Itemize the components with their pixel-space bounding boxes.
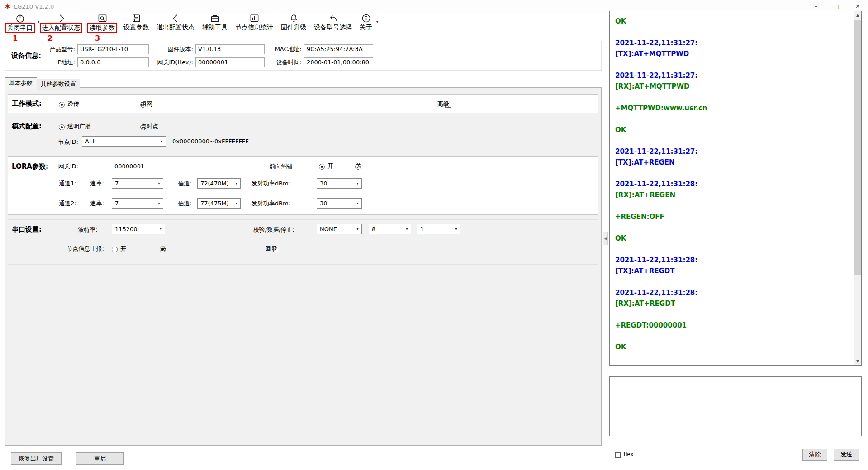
channel2-rate-dropdown[interactable]: 7 ▾: [112, 198, 163, 209]
baud-rate-label: 波特率:: [57, 226, 98, 234]
send-button[interactable]: 发送: [834, 449, 859, 461]
channel1-rate-label: 速率:: [77, 180, 104, 188]
log-line: [TX]:AT+MQTTPWD: [615, 48, 850, 59]
scrollbar-thumb[interactable]: [854, 20, 861, 275]
radio-transparent[interactable]: [59, 102, 65, 108]
radio-report-on[interactable]: [112, 247, 118, 252]
channel2-chan-dropdown[interactable]: 77(475M) ▾: [197, 198, 241, 209]
device-time-value[interactable]: 2000-01-01,00:00:80: [304, 57, 373, 67]
radio-fec-off-label: 关: [356, 162, 361, 170]
send-input-area[interactable]: [609, 376, 862, 436]
ip-address-value[interactable]: 0.0.0.0: [77, 57, 149, 67]
parity-dropdown[interactable]: NONE ▾: [317, 224, 362, 234]
log-line: [RX]:AT+REGDT: [615, 298, 850, 309]
channel2-power-dropdown[interactable]: 30 ▾: [317, 198, 362, 209]
toolbar-item-firmware-upgrade[interactable]: 固件升级: [279, 13, 308, 32]
combo-caret-icon: ▾: [155, 201, 163, 205]
log-scrollbar[interactable]: ▲ ▼: [854, 11, 861, 365]
channel1-chan-dropdown[interactable]: 72(470M) ▾: [197, 178, 241, 189]
firmware-version-label: 固件版本:: [149, 45, 195, 53]
firmware-version-value[interactable]: V1.0.13: [195, 44, 265, 54]
mac-address-value[interactable]: 9C:A5:25:94:7A:3A: [304, 44, 373, 54]
bell-icon: [289, 13, 299, 24]
echo-checkbox-label: 回显: [266, 245, 277, 253]
tab-strip: 基本参数 其他参数设置: [5, 77, 80, 90]
log-line: [615, 309, 850, 320]
toolbar-item-enter-config[interactable]: 进入配置状态 2: [39, 13, 83, 33]
stop-bits-dropdown[interactable]: 1 ▾: [417, 224, 460, 234]
toolbar-label-model-select: 设备型号选择: [314, 24, 352, 31]
log-line: 2021-11-22,11:31:27:: [615, 146, 850, 157]
combo-caret-icon: ▾: [354, 181, 361, 185]
radio-report-on-label: 开: [120, 245, 126, 253]
data-bits-dropdown[interactable]: 8 ▾: [369, 224, 411, 234]
toolbar-item-node-stats[interactable]: 节点信息统计: [233, 13, 275, 32]
log-line: [615, 27, 850, 38]
mode-config-section: 模式配置: 透明广播 点对点 节点ID: ALL ▾ 0x00000000~0x…: [8, 117, 598, 152]
toolbar-label-aux-tools: 辅助工具: [202, 24, 228, 31]
dropdown-caret-icon[interactable]: ▾: [376, 20, 378, 24]
factory-reset-button[interactable]: 恢复出厂设置: [11, 452, 62, 465]
channel2-chan-label: 信道:: [165, 199, 192, 208]
gateway-id-hex-value[interactable]: 00000001: [195, 57, 265, 67]
log-line: [TX]:AT+REGEN: [615, 157, 850, 168]
log-line: [615, 114, 850, 124]
radio-fec-on[interactable]: [319, 164, 325, 170]
scroll-down-icon[interactable]: ▼: [854, 357, 861, 365]
log-line: [615, 200, 850, 211]
hex-checkbox[interactable]: [615, 452, 621, 458]
log-line: [615, 92, 850, 103]
serial-settings-section: 串口设置: 波特率: 115200 ▾ 校验/数据/停止: NONE ▾ 8 ▾…: [8, 219, 598, 265]
radio-transparent-label: 透传: [67, 100, 79, 108]
toolbar-label-node-stats: 节点信息统计: [235, 24, 273, 31]
gateway-id-label: 网关ID:: [38, 162, 78, 171]
toolbar-item-read-params[interactable]: 读取参数 3: [87, 13, 118, 33]
tab-basic-params[interactable]: 基本参数: [5, 77, 37, 90]
collapse-left-icon: ◀: [604, 237, 607, 241]
node-report-label: 节点信息上报:: [50, 245, 104, 253]
mode-config-title: 模式配置:: [12, 122, 42, 131]
radio-p2p-label: 点对点: [141, 123, 158, 131]
baud-rate-dropdown[interactable]: 115200 ▾: [112, 224, 165, 234]
toolbar-label-about: 关于: [360, 24, 372, 31]
log-line: +MQTTPWD:www.usr.cn: [615, 103, 850, 114]
toolbar-item-model-select[interactable]: 设备型号选择: [312, 13, 354, 32]
radio-fec-on-label: 开: [327, 162, 333, 170]
toolbar-label-set-params: 设置参数: [123, 24, 149, 31]
radio-broadcast[interactable]: [59, 124, 65, 130]
product-model-value[interactable]: USR-LG210-L-10: [77, 44, 149, 54]
channel1-rate-dropdown[interactable]: 7 ▾: [112, 178, 163, 189]
scroll-up-icon[interactable]: ▲: [854, 11, 861, 19]
log-line: OK: [615, 342, 850, 352]
log-line: OK: [615, 233, 850, 244]
log-line: OK: [615, 124, 850, 135]
reboot-button[interactable]: 重启: [76, 452, 124, 465]
clear-button[interactable]: 清除: [802, 449, 827, 461]
save-icon: [131, 13, 142, 24]
log-output[interactable]: OK 2021-11-22,11:31:27:[TX]:AT+MQTTPWD 2…: [615, 16, 850, 362]
basic-params-page: 工作模式: 透传 组网 高级 模式配置: 透明广播 点对点 节点ID: ALL …: [5, 87, 602, 446]
log-line: OK: [615, 16, 850, 27]
undo-arrow-icon: [328, 13, 338, 24]
product-model-label: 产品型号:: [5, 45, 77, 53]
log-line: [RX]:AT+MQTTPWD: [615, 81, 850, 92]
toolbar-item-close-serial[interactable]: 关闭串口 1 ▾: [5, 13, 35, 33]
toolbar-item-exit-config[interactable]: 退出配置状态: [155, 13, 196, 32]
chevron-right-icon: [56, 13, 66, 24]
radio-broadcast-label: 透明广播: [67, 123, 91, 131]
toolbar-item-aux-tools[interactable]: 辅助工具: [200, 13, 229, 32]
log-panel: OK 2021-11-22,11:31:27:[TX]:AT+MQTTPWD 2…: [609, 11, 862, 366]
toolbar-item-about[interactable]: 关于 ▾: [358, 13, 374, 32]
toolbar-label-exit-config: 退出配置状态: [157, 24, 194, 31]
node-id-dropdown[interactable]: ALL ▾: [82, 136, 166, 147]
log-line: 2021-11-22,11:31:27:: [615, 70, 850, 81]
info-icon: [361, 13, 371, 24]
log-line: [RX]:AT+REGEN: [615, 190, 850, 200]
gateway-id-input[interactable]: [112, 161, 163, 171]
log-line: [615, 168, 850, 179]
channel1-power-dropdown[interactable]: 30 ▾: [317, 178, 362, 189]
tab-other-params[interactable]: 其他参数设置: [37, 79, 80, 90]
toolbar-item-set-params[interactable]: 设置参数: [122, 13, 151, 32]
window-title: LG210 V1.2.0: [14, 3, 54, 10]
panel-splitter-handle[interactable]: ◀: [603, 232, 608, 245]
